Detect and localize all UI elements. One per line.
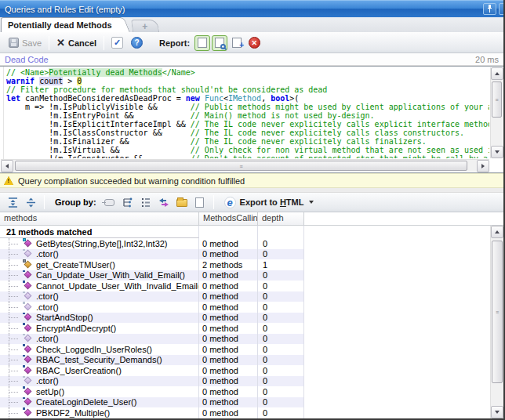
- expand-all-button[interactable]: [5, 195, 20, 210]
- tree-connector: [6, 249, 24, 260]
- group-by-flat-list-button[interactable]: [138, 195, 154, 210]
- method-name: .ctor(): [36, 291, 59, 301]
- code-line: warnif count > 0: [6, 77, 489, 85]
- group-by-namespace-button[interactable]: [156, 195, 172, 210]
- export-html-icon: e: [224, 197, 236, 208]
- results-grid-body: 21 methods matched GetBytes(String,Byte[…: [0, 226, 503, 418]
- methods-calling-cell: 0 method: [199, 238, 258, 249]
- method-cell: .ctor(): [0, 249, 199, 260]
- table-row[interactable]: .ctor()0 method0: [0, 249, 304, 260]
- method-name: Cannot_Update_User_With_Invalid_Email(): [36, 281, 199, 291]
- report-remove-button[interactable]: ✕: [246, 35, 262, 51]
- column-header-methods[interactable]: methods: [0, 212, 199, 225]
- table-row[interactable]: Check_LoggedIn_UserRoles()0 method0: [0, 344, 304, 355]
- group-by-file-button[interactable]: [192, 195, 208, 210]
- table-row[interactable]: setUp()0 method0: [0, 386, 304, 397]
- table-row[interactable]: get_CreateTMUser()2 methods1: [0, 259, 304, 270]
- export-to-html-button[interactable]: e Export to HTML: [220, 195, 319, 210]
- collapse-all-button[interactable]: [23, 195, 38, 210]
- status-message: Query compilation succeeded but warning …: [18, 176, 245, 186]
- method-name: .ctor(): [36, 302, 59, 312]
- table-row[interactable]: .ctor()0 method0: [0, 334, 304, 345]
- column-header-methodscallingme[interactable]: MethodsCallingMe: [199, 212, 258, 225]
- method-name: setUp(): [36, 387, 64, 396]
- query-source-code[interactable]: // <Name>Potentially dead Methods</Name>…: [6, 68, 489, 158]
- tree-connector: [6, 376, 24, 387]
- editor-horizontal-scrollbar[interactable]: ≡: [1, 159, 489, 172]
- methods-calling-cell: 0 method: [199, 334, 258, 345]
- scroll-right-button[interactable]: [477, 160, 489, 172]
- code-line: // Filter procedure for methods that sho…: [6, 85, 489, 94]
- depth-cell: 0: [258, 397, 304, 408]
- code-line: !m.IsClassConstructor && // The IL code …: [6, 129, 489, 137]
- table-row[interactable]: RBAC_test_Security_Demands()0 method0: [0, 355, 304, 366]
- scroll-down-button[interactable]: [491, 146, 503, 158]
- tab-potentially-dead-methods[interactable]: Potentially dead Methods: [1, 17, 121, 32]
- table-row[interactable]: Can_Update_User_With_Valid_Email()0 meth…: [0, 270, 304, 281]
- validate-query-button[interactable]: ✓: [107, 35, 127, 50]
- expand-all-icon: [8, 197, 18, 208]
- editor-vertical-scrollbar[interactable]: ≡: [490, 67, 503, 158]
- add-tab-button[interactable]: +: [131, 20, 159, 32]
- grid-scroll-down-button[interactable]: [491, 406, 503, 418]
- methods-calling-cell: 0 method: [199, 249, 258, 260]
- query-group-bar: Dead Code 20 ms: [0, 53, 503, 66]
- query-group-label[interactable]: Dead Code: [5, 55, 475, 64]
- group-header-row[interactable]: 21 methods matched: [0, 226, 304, 238]
- grid-scroll-up-button[interactable]: [491, 226, 503, 238]
- group-by-none-button[interactable]: [102, 195, 118, 210]
- methods-calling-cell: 0 method: [199, 270, 258, 281]
- cancel-icon: ✕: [56, 38, 65, 48]
- pin-button[interactable]: [483, 3, 496, 15]
- method-icon: [24, 281, 33, 291]
- scroll-up-button[interactable]: [491, 67, 503, 80]
- method-cell: .ctor(): [0, 302, 199, 313]
- ctor-icon: [24, 376, 33, 386]
- code-editor[interactable]: // <Name>Potentially dead Methods</Name>…: [0, 66, 503, 173]
- close-button[interactable]: [499, 3, 505, 15]
- table-row[interactable]: .ctor()0 method0: [0, 376, 304, 387]
- vertical-scroll-thumb[interactable]: ≡: [492, 81, 502, 118]
- depth-cell: 0: [258, 249, 304, 260]
- table-row[interactable]: RBAC_UserCreation()0 method0: [0, 365, 304, 376]
- method-cell: Cannot_Update_User_With_Invalid_Email(): [0, 281, 199, 291]
- table-row[interactable]: EncryptAndDecrypt()0 method0: [0, 323, 304, 334]
- method-icon: [24, 324, 33, 333]
- table-row[interactable]: PBKDF2_Multiple()0 method0: [0, 407, 304, 418]
- ctor-icon: [24, 291, 33, 301]
- table-row[interactable]: .ctor()0 method0: [0, 302, 304, 313]
- report-add-button[interactable]: +: [229, 35, 245, 51]
- table-row[interactable]: CreateLoginDelete_User()0 method0: [0, 397, 304, 408]
- save-button[interactable]: Save: [5, 36, 45, 49]
- method-cell: .ctor(): [0, 376, 199, 387]
- table-row[interactable]: Cannot_Update_User_With_Invalid_Email()0…: [0, 281, 304, 291]
- methods-calling-cell: 0 method: [199, 344, 258, 355]
- methods-calling-cell: 0 method: [199, 323, 258, 334]
- depth-cell: 0: [258, 344, 304, 355]
- group-by-tree-button[interactable]: [120, 195, 136, 210]
- scroll-left-button[interactable]: [1, 160, 13, 172]
- table-row[interactable]: .ctor()0 method0: [0, 291, 304, 302]
- help-button[interactable]: ?: [127, 35, 147, 50]
- group-by-none-icon: [104, 199, 114, 206]
- table-row[interactable]: StartAndStop()0 method0: [0, 313, 304, 324]
- report-chart-button[interactable]: [194, 35, 210, 51]
- warning-icon: [4, 176, 13, 185]
- cancel-button[interactable]: ✕ Cancel: [53, 36, 100, 49]
- grid-scroll-thumb[interactable]: ≡: [492, 241, 503, 383]
- edit-toolbar: Save ✕ Cancel ✓ ? Report:: [0, 33, 503, 53]
- method-icon: [24, 345, 33, 354]
- depth-cell: 0: [258, 270, 304, 281]
- queries-rules-edit-window: Queries and Rules Edit (empty) Potential…: [0, 0, 505, 420]
- table-row[interactable]: GetBytes(String,Byte[],Int32,Int32)0 met…: [0, 238, 304, 249]
- tree-connector: [6, 323, 24, 334]
- report-view-button[interactable]: [212, 35, 227, 51]
- method-name: PBKDF2_Multiple(): [36, 408, 110, 418]
- column-header-depth[interactable]: depth: [258, 212, 304, 225]
- results-grid-header: methods MethodsCallingMe depth: [0, 212, 503, 226]
- horizontal-scroll-thumb[interactable]: ≡: [15, 161, 467, 171]
- depth-cell: 0: [258, 313, 304, 324]
- group-by-folder-button[interactable]: [174, 195, 190, 210]
- method-cell: StartAndStop(): [0, 313, 199, 324]
- grid-vertical-scrollbar[interactable]: ≡: [490, 226, 503, 418]
